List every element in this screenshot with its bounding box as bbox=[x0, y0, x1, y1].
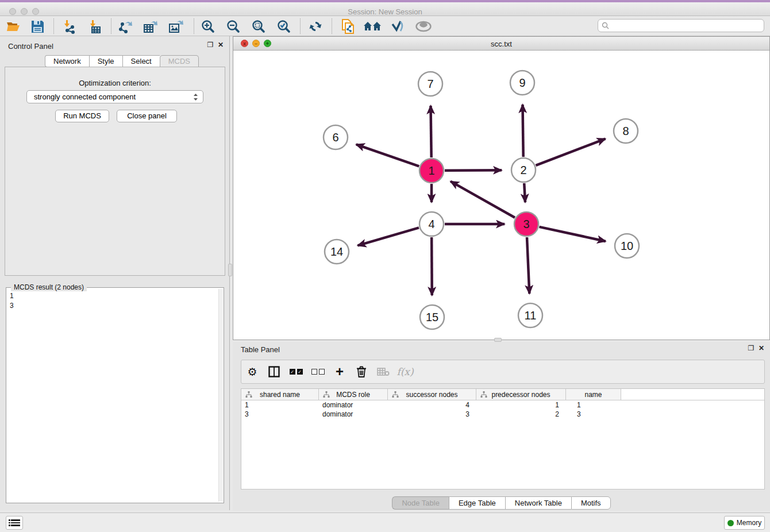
tab-edge-table[interactable]: Edge Table bbox=[449, 496, 505, 510]
column-type-icon bbox=[323, 391, 330, 398]
deselect-all-columns-icon[interactable] bbox=[307, 369, 329, 375]
search-input[interactable] bbox=[611, 22, 764, 30]
refresh-icon[interactable] bbox=[306, 20, 325, 33]
network-window-titlebar[interactable]: x – + scc.txt bbox=[233, 37, 769, 51]
graph-edge-1-6[interactable] bbox=[356, 144, 419, 166]
mcds-result-text[interactable]: 1 3 bbox=[10, 291, 14, 311]
node-table: shared name MCDS role successor nodes pr… bbox=[241, 388, 765, 489]
run-mcds-button[interactable]: Run MCDS bbox=[55, 110, 109, 122]
eye-icon[interactable] bbox=[414, 20, 433, 33]
zoom-fit-icon[interactable] bbox=[249, 20, 268, 33]
cell-predecessor-nodes[interactable]: 2 bbox=[476, 410, 566, 419]
graph-edge-3-10[interactable] bbox=[539, 227, 605, 241]
export-network-icon[interactable] bbox=[116, 20, 135, 33]
cell-successor-nodes[interactable]: 4 bbox=[388, 400, 476, 410]
table-panel: Table Panel ❐ ✕ ⚙ ✓✓ + f(x) shared name bbox=[233, 342, 770, 511]
home-icon[interactable] bbox=[363, 20, 382, 33]
cell-name[interactable]: 3 bbox=[566, 410, 621, 419]
cell-shared-name[interactable]: 1 bbox=[241, 400, 319, 410]
dropdown-value: strongly connected component bbox=[34, 92, 193, 101]
zoom-in-icon[interactable] bbox=[198, 20, 218, 33]
column-label: predecessor nodes bbox=[491, 391, 550, 399]
table-row[interactable]: 3 dominator 3 2 3 bbox=[241, 410, 764, 419]
graph-node-label: 7 bbox=[427, 78, 433, 90]
tab-network-table[interactable]: Network Table bbox=[505, 496, 571, 510]
tab-select[interactable]: Select bbox=[122, 55, 160, 67]
cell-mcds-role[interactable]: dominator bbox=[319, 400, 388, 410]
cell-predecessor-nodes[interactable]: 1 bbox=[476, 400, 566, 410]
column-label: name bbox=[584, 391, 602, 399]
table-row[interactable]: 1 dominator 4 1 1 bbox=[241, 400, 764, 410]
task-history-button[interactable] bbox=[6, 516, 23, 530]
toggle-graphics-details-icon[interactable] bbox=[388, 20, 407, 33]
export-table-icon[interactable] bbox=[141, 20, 160, 33]
graph-edge-1-2[interactable] bbox=[445, 170, 502, 171]
export-image-icon[interactable] bbox=[166, 20, 186, 33]
toolbar-separator bbox=[111, 18, 111, 34]
duplicate-network-icon[interactable] bbox=[338, 20, 357, 33]
delete-column-icon[interactable] bbox=[351, 366, 372, 377]
select-all-columns-icon[interactable]: ✓✓ bbox=[285, 369, 307, 375]
close-panel-icon[interactable]: ✕ bbox=[217, 41, 225, 49]
table-settings-icon[interactable]: ⚙ bbox=[241, 365, 263, 379]
column-type-icon bbox=[245, 391, 252, 398]
graph-edge-4-14[interactable] bbox=[357, 228, 418, 245]
float-table-panel-icon[interactable]: ❐ bbox=[747, 345, 755, 353]
search-field[interactable] bbox=[598, 19, 764, 32]
graph-edge-2-8[interactable] bbox=[536, 139, 605, 165]
add-column-icon[interactable]: + bbox=[329, 366, 351, 377]
cell-shared-name[interactable]: 3 bbox=[241, 410, 319, 419]
cell-name[interactable]: 1 bbox=[566, 400, 621, 410]
graph-edge-4-15[interactable] bbox=[432, 237, 432, 295]
memory-label: Memory bbox=[737, 519, 761, 527]
graph-node-label: 4 bbox=[428, 218, 434, 230]
vertical-splitter-handle[interactable] bbox=[228, 264, 232, 276]
save-session-icon[interactable] bbox=[28, 20, 47, 33]
tab-network[interactable]: Network bbox=[45, 55, 89, 67]
column-header-successor-nodes[interactable]: successor nodes bbox=[388, 389, 476, 400]
memory-button[interactable]: Memory bbox=[724, 516, 765, 530]
control-panel: Control Panel ❐ ✕ Network Style Select M… bbox=[0, 36, 230, 510]
close-table-panel-icon[interactable]: ✕ bbox=[757, 345, 765, 353]
graph-edge-2-9[interactable] bbox=[523, 105, 523, 157]
tab-style[interactable]: Style bbox=[89, 55, 122, 67]
graph-edge-3-1[interactable] bbox=[451, 182, 515, 218]
delete-table-icon[interactable] bbox=[372, 367, 394, 376]
graph-node-label: 10 bbox=[621, 240, 633, 252]
chevron-up-down-icon bbox=[193, 93, 198, 101]
control-panel-title: Control Panel bbox=[8, 42, 53, 51]
graph-edge-3-11[interactable] bbox=[527, 237, 529, 294]
close-panel-button[interactable]: Close panel bbox=[117, 110, 177, 122]
function-builder-icon[interactable]: f(x) bbox=[394, 366, 416, 377]
optimization-criterion-dropdown[interactable]: strongly connected component bbox=[26, 90, 203, 103]
zoom-out-icon[interactable] bbox=[224, 20, 243, 33]
cell-mcds-role[interactable]: dominator bbox=[319, 410, 388, 419]
tab-motifs[interactable]: Motifs bbox=[571, 496, 611, 510]
graph-edge-1-7[interactable] bbox=[431, 106, 432, 157]
graph-node-label: 6 bbox=[332, 131, 338, 144]
column-header-shared-name[interactable]: shared name bbox=[241, 389, 319, 400]
graph-edge-2-3[interactable] bbox=[524, 183, 525, 202]
tab-node-table[interactable]: Node Table bbox=[392, 496, 449, 510]
import-table-icon[interactable] bbox=[85, 20, 105, 33]
control-panel-tabs: Network Style Select MCDS bbox=[45, 55, 199, 67]
network-window-title: scc.txt bbox=[233, 40, 769, 48]
column-view-icon[interactable] bbox=[263, 366, 285, 377]
tab-mcds[interactable]: MCDS bbox=[160, 55, 199, 67]
column-header-mcds-role[interactable]: MCDS role bbox=[319, 389, 388, 400]
toolbar-separator bbox=[194, 18, 194, 34]
graph-node-label: 15 bbox=[426, 311, 438, 323]
horizontal-splitter-handle[interactable] bbox=[494, 338, 502, 342]
zoom-selected-icon[interactable] bbox=[274, 20, 294, 33]
column-label: shared name bbox=[260, 391, 300, 399]
column-header-predecessor-nodes[interactable]: predecessor nodes bbox=[476, 389, 566, 400]
mcds-result-title: MCDS result (2 nodes) bbox=[11, 283, 87, 291]
toolbar-separator bbox=[332, 18, 332, 34]
open-session-icon[interactable] bbox=[3, 20, 23, 33]
float-panel-icon[interactable]: ❐ bbox=[206, 41, 214, 49]
cell-successor-nodes[interactable]: 3 bbox=[388, 410, 476, 419]
import-network-icon[interactable] bbox=[59, 20, 79, 33]
network-canvas[interactable]: 7968124314101511 bbox=[233, 51, 769, 340]
result-scrollbar[interactable] bbox=[218, 289, 223, 502]
column-header-name[interactable]: name bbox=[566, 389, 621, 400]
